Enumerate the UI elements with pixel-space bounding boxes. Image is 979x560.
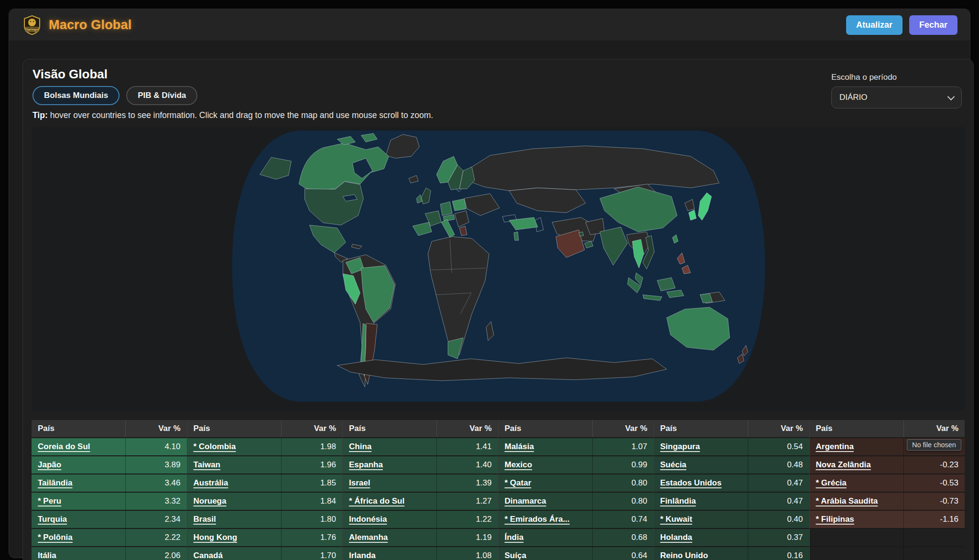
map-country-germany[interactable] (440, 202, 452, 215)
period-select[interactable]: DIÁRIO (831, 86, 962, 108)
var-value: 0.68 (631, 533, 647, 542)
map-tip: Tip: hover over countries to see informa… (33, 110, 433, 120)
var-value: 0.48 (787, 460, 803, 470)
country-link[interactable]: * Filipinas (816, 515, 854, 524)
country-link[interactable]: Austrália (194, 478, 228, 488)
country-link[interactable]: Japão (38, 460, 61, 470)
country-link[interactable]: Suíça (505, 551, 526, 560)
country-link[interactable]: Canadá (194, 551, 223, 560)
var-value: 3.32 (164, 496, 180, 506)
country-link[interactable]: * África do Sul (349, 496, 404, 506)
country-link[interactable]: * Arábia Saudita (816, 496, 878, 506)
table-row: * Polônia2.22 (32, 529, 187, 547)
country-link[interactable]: Alemanha (349, 533, 388, 542)
country-link[interactable]: Argentina (816, 442, 854, 452)
var-value: -0.23 (940, 460, 958, 470)
country-link[interactable]: * Qatar (505, 478, 532, 488)
country-link[interactable]: Dinamarca (505, 496, 546, 506)
col-header-var: Var % (781, 424, 803, 433)
var-value: -0.73 (940, 496, 958, 506)
tip-text: hover over countries to see information.… (48, 110, 433, 120)
country-link[interactable]: Coreia do Sul (38, 442, 90, 452)
tab-pib-divida[interactable]: PIB & Dívida (126, 86, 197, 105)
var-value: 1.40 (476, 460, 491, 470)
country-link[interactable]: Noruega (194, 496, 227, 506)
col-header-pais: País (660, 424, 677, 433)
table-row: China1.41 (343, 438, 498, 456)
table-row: Brasil1.80 (187, 511, 343, 529)
var-value: 1.22 (476, 515, 491, 524)
var-value: 1.39 (476, 478, 491, 488)
close-button[interactable]: Fechar (909, 15, 957, 35)
table-column-pair: PaísVar %China1.41Espanha1.40Israel1.39*… (342, 420, 498, 560)
table-row: Suécia0.48 (654, 456, 809, 474)
var-value: 0.47 (787, 496, 803, 506)
country-link[interactable]: Indonésia (349, 515, 387, 524)
table-row: Indonésia1.22 (343, 511, 498, 529)
country-link[interactable]: * Emirados Ára... (505, 515, 570, 524)
col-header-var: Var % (625, 424, 647, 433)
country-link[interactable]: Itália (38, 551, 56, 560)
country-link[interactable]: * Colombia (194, 442, 236, 452)
chevron-down-icon (947, 93, 955, 100)
table-header-row: PaísVar % (343, 420, 498, 438)
table-row: Singapura0.54 (654, 438, 809, 456)
table-row: Austrália1.85 (187, 474, 343, 493)
table-row: Nova Zelândia-0.23 (810, 456, 965, 474)
country-link[interactable]: * Kuwait (660, 515, 692, 524)
country-link[interactable]: Suécia (660, 460, 686, 470)
var-value: 0.47 (787, 478, 803, 488)
country-link[interactable]: Taiwan (194, 460, 220, 470)
col-header-var: Var % (469, 424, 491, 433)
world-map[interactable] (32, 127, 965, 410)
country-link[interactable]: Holanda (660, 533, 692, 542)
var-value: 0.74 (631, 515, 647, 524)
country-link[interactable]: Israel (349, 478, 370, 488)
table-header-row: PaísVar % (499, 420, 654, 438)
map-country-kuwait[interactable] (579, 232, 584, 236)
country-link[interactable]: Índia (505, 533, 524, 542)
table-row: Reino Unido0.16 (654, 547, 809, 560)
country-link[interactable]: Finlândia (660, 496, 696, 506)
country-link[interactable]: Hong Kong (194, 533, 238, 542)
country-link[interactable]: Estados Unidos (660, 478, 721, 488)
country-link[interactable]: Espanha (349, 460, 383, 470)
country-link[interactable]: Mexico (505, 460, 533, 470)
table-row: Dinamarca0.80 (499, 493, 654, 511)
table-header-row: PaísVar % (654, 420, 809, 438)
country-link[interactable]: Reino Unido (660, 551, 708, 560)
country-link[interactable]: Turquia (38, 515, 67, 524)
table-row: Noruega1.84 (187, 493, 343, 511)
var-value: 0.54 (787, 442, 803, 452)
table-row: Estados Unidos0.47 (654, 474, 809, 493)
table-row: * África do Sul1.27 (343, 493, 498, 511)
country-link[interactable]: * Polônia (38, 533, 73, 542)
var-value: 0.80 (631, 496, 647, 506)
table-row: Tailândia3.46 (32, 474, 187, 493)
var-value: 2.34 (164, 515, 180, 524)
country-link[interactable]: * Grécia (816, 478, 847, 488)
country-link[interactable]: Brasil (194, 515, 216, 524)
app-surface: Garimpo Macro Global Atualizar Fechar Vi… (9, 9, 970, 558)
var-value: 1.85 (320, 478, 336, 488)
var-value: -0.53 (940, 478, 958, 488)
table-column-pair: PaísVar %Malásia1.07Mexico0.99* Qatar0.8… (498, 420, 654, 560)
refresh-button[interactable]: Atualizar (846, 15, 903, 35)
table-row: Canadá1.70 (187, 547, 343, 560)
map-country-poland[interactable] (452, 199, 466, 211)
country-link[interactable]: Singapura (660, 442, 700, 452)
table-row: Itália2.06 (32, 547, 187, 560)
tab-bolsas-mundiais[interactable]: Bolsas Mundiais (33, 86, 120, 105)
period-label: Escolha o período (831, 73, 897, 82)
country-link[interactable]: Irlanda (349, 551, 376, 560)
var-value: 0.37 (787, 533, 803, 542)
country-link[interactable]: Tailândia (38, 478, 72, 488)
country-link[interactable]: * Peru (38, 496, 61, 506)
country-link[interactable]: China (349, 442, 371, 452)
table-row: * Qatar0.80 (499, 474, 654, 493)
col-header-pais: País (349, 424, 366, 433)
col-header-pais: País (816, 424, 833, 433)
country-link[interactable]: Malásia (505, 442, 534, 452)
map-country-israel[interactable] (514, 232, 519, 240)
country-link[interactable]: Nova Zelândia (816, 460, 871, 470)
